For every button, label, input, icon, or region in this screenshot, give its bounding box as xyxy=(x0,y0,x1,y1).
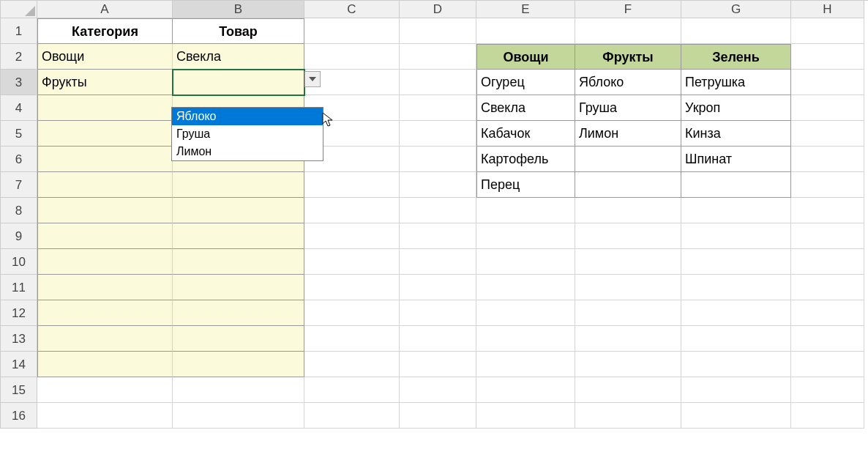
cell-C14[interactable] xyxy=(304,352,400,377)
cell-C8[interactable] xyxy=(304,198,400,223)
cell-G14[interactable] xyxy=(681,352,791,377)
cell-G6[interactable]: Шпинат xyxy=(681,147,791,172)
cell-A8[interactable] xyxy=(37,198,173,223)
cell-D5[interactable] xyxy=(400,121,476,147)
cell-G9[interactable] xyxy=(681,223,791,249)
cell-G5[interactable]: Кинза xyxy=(681,121,791,147)
cell-H10[interactable] xyxy=(791,249,864,275)
cell-F4[interactable]: Груша xyxy=(575,95,681,121)
cell-H13[interactable] xyxy=(791,326,864,352)
cell-F3[interactable]: Яблоко xyxy=(575,70,681,95)
cell-A6[interactable] xyxy=(37,147,173,172)
cell-H6[interactable] xyxy=(791,147,864,172)
col-header-C[interactable]: C xyxy=(304,1,400,18)
cell-F1[interactable] xyxy=(575,18,681,44)
cell-E12[interactable] xyxy=(476,300,575,326)
data-validation-dropdown-button[interactable] xyxy=(304,71,321,87)
cell-H4[interactable] xyxy=(791,95,864,121)
cell-H8[interactable] xyxy=(791,198,864,223)
cell-A2[interactable]: Овощи xyxy=(37,44,173,70)
cell-D10[interactable] xyxy=(400,249,476,275)
cell-A1[interactable]: Категория xyxy=(37,18,173,44)
cell-D16[interactable] xyxy=(400,403,476,429)
cell-D3[interactable] xyxy=(400,70,476,95)
cell-G16[interactable] xyxy=(681,403,791,429)
row-header-12[interactable]: 12 xyxy=(1,300,37,326)
cell-E1[interactable] xyxy=(476,18,575,44)
dropdown-option-0[interactable]: Яблоко xyxy=(172,108,323,125)
cell-B14[interactable] xyxy=(173,352,304,377)
col-header-G[interactable]: G xyxy=(681,1,791,18)
cell-B7[interactable] xyxy=(173,172,304,198)
cell-H14[interactable] xyxy=(791,352,864,377)
cell-H5[interactable] xyxy=(791,121,864,147)
cell-F11[interactable] xyxy=(575,275,681,300)
row-header-9[interactable]: 9 xyxy=(1,223,37,249)
col-header-E[interactable]: E xyxy=(476,1,575,18)
cell-F9[interactable] xyxy=(575,223,681,249)
cell-B10[interactable] xyxy=(173,249,304,275)
cell-A3[interactable]: Фрукты xyxy=(37,70,173,95)
cell-G4[interactable]: Укроп xyxy=(681,95,791,121)
cell-C13[interactable] xyxy=(304,326,400,352)
cell-C15[interactable] xyxy=(304,377,400,403)
cell-D4[interactable] xyxy=(400,95,476,121)
cell-H16[interactable] xyxy=(791,403,864,429)
cell-E5[interactable]: Кабачок xyxy=(476,121,575,147)
col-header-B[interactable]: B xyxy=(173,1,304,18)
cell-E7[interactable]: Перец xyxy=(476,172,575,198)
cell-F13[interactable] xyxy=(575,326,681,352)
row-header-6[interactable]: 6 xyxy=(1,147,37,172)
cell-H15[interactable] xyxy=(791,377,864,403)
cell-F5[interactable]: Лимон xyxy=(575,121,681,147)
cell-H9[interactable] xyxy=(791,223,864,249)
cell-B9[interactable] xyxy=(173,223,304,249)
row-header-3[interactable]: 3 xyxy=(1,70,37,95)
row-header-16[interactable]: 16 xyxy=(1,403,37,429)
cell-G11[interactable] xyxy=(681,275,791,300)
cell-F10[interactable] xyxy=(575,249,681,275)
cell-D11[interactable] xyxy=(400,275,476,300)
cell-E3[interactable]: Огурец xyxy=(476,70,575,95)
cell-G3[interactable]: Петрушка xyxy=(681,70,791,95)
cell-B11[interactable] xyxy=(173,275,304,300)
cell-E6[interactable]: Картофель xyxy=(476,147,575,172)
cell-E11[interactable] xyxy=(476,275,575,300)
cell-F2[interactable]: Фрукты xyxy=(575,44,681,70)
dropdown-option-1[interactable]: Груша xyxy=(172,125,323,143)
row-header-13[interactable]: 13 xyxy=(1,326,37,352)
cell-D13[interactable] xyxy=(400,326,476,352)
cell-C1[interactable] xyxy=(304,18,400,44)
cell-D14[interactable] xyxy=(400,352,476,377)
cell-A14[interactable] xyxy=(37,352,173,377)
cell-E15[interactable] xyxy=(476,377,575,403)
cell-C11[interactable] xyxy=(304,275,400,300)
cell-E14[interactable] xyxy=(476,352,575,377)
row-header-1[interactable]: 1 xyxy=(1,18,37,44)
col-header-F[interactable]: F xyxy=(575,1,681,18)
cell-B1[interactable]: Товар xyxy=(173,18,304,44)
cell-C7[interactable] xyxy=(304,172,400,198)
cell-D12[interactable] xyxy=(400,300,476,326)
col-header-H[interactable]: H xyxy=(791,1,864,18)
cell-F14[interactable] xyxy=(575,352,681,377)
cell-B8[interactable] xyxy=(173,198,304,223)
cell-D15[interactable] xyxy=(400,377,476,403)
cell-F6[interactable] xyxy=(575,147,681,172)
cell-C12[interactable] xyxy=(304,300,400,326)
cell-A16[interactable] xyxy=(37,403,173,429)
select-all-corner[interactable] xyxy=(1,1,37,18)
cell-F7[interactable] xyxy=(575,172,681,198)
cell-C10[interactable] xyxy=(304,249,400,275)
cell-H1[interactable] xyxy=(791,18,864,44)
cell-C16[interactable] xyxy=(304,403,400,429)
cell-F12[interactable] xyxy=(575,300,681,326)
cell-G12[interactable] xyxy=(681,300,791,326)
row-header-14[interactable]: 14 xyxy=(1,352,37,377)
cell-A15[interactable] xyxy=(37,377,173,403)
cell-G10[interactable] xyxy=(681,249,791,275)
row-header-5[interactable]: 5 xyxy=(1,121,37,147)
cell-F8[interactable] xyxy=(575,198,681,223)
cell-G7[interactable] xyxy=(681,172,791,198)
cell-D9[interactable] xyxy=(400,223,476,249)
